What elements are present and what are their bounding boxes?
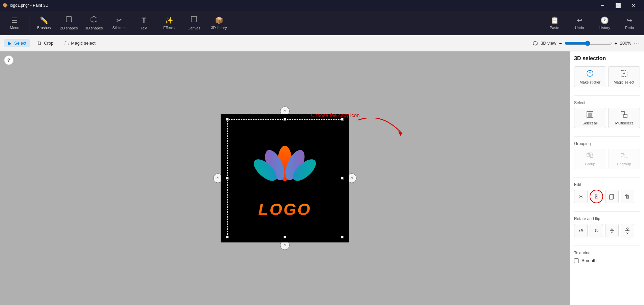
- panel-top-grid: Make sticker Magic select: [574, 66, 640, 87]
- handle-top-mid[interactable]: [283, 118, 286, 121]
- svg-marker-1: [91, 16, 97, 22]
- 2dshapes-label: 2D shapes: [60, 26, 78, 30]
- maximize-button[interactable]: ⬜: [610, 0, 626, 11]
- cut-button[interactable]: ✂: [574, 190, 588, 203]
- toolbar-history[interactable]: 🕐 History: [593, 12, 616, 34]
- divider-5: [574, 245, 640, 246]
- canvas-icon: [190, 16, 198, 25]
- paste-icon-button[interactable]: [605, 190, 619, 203]
- delete-icon: 🗑: [625, 193, 630, 200]
- title-bar-controls: ─ ⬜ ✕: [595, 0, 641, 11]
- handle-bot-mid[interactable]: [283, 236, 286, 238]
- crop-tool[interactable]: Crop: [34, 39, 57, 47]
- more-options-button[interactable]: ⋯: [634, 40, 640, 47]
- selection-box: ↻ ↻ ↻ ↻: [221, 114, 349, 242]
- flip-horizontal-button[interactable]: [621, 224, 634, 237]
- handle-bot-right[interactable]: [341, 236, 344, 238]
- zoom-out-button[interactable]: −: [559, 41, 562, 46]
- logo-flower-svg: [251, 138, 319, 199]
- right-panel: 3D selection Make sticker Magic select S…: [570, 51, 644, 305]
- make-sticker-button[interactable]: Make sticker: [574, 66, 606, 87]
- copy-icon: ⎘: [595, 193, 598, 200]
- 3dshapes-icon: [90, 16, 98, 25]
- handle-top-left[interactable]: [226, 118, 229, 121]
- grouping-grid: Group Ungroup: [574, 149, 640, 169]
- group-label: Group: [585, 162, 595, 166]
- paste-icon2: [609, 193, 615, 200]
- rotate-left-button[interactable]: ↺: [574, 224, 588, 237]
- title-bar-title: 🎨 logo1.png* - Paint 3D: [3, 3, 48, 8]
- flip-vertical-button[interactable]: [605, 224, 619, 237]
- zoom-in-button[interactable]: +: [615, 41, 617, 46]
- brushes-label: Brushes: [37, 26, 51, 30]
- title-bar: 🎨 logo1.png* - Paint 3D ─ ⬜ ✕: [0, 0, 644, 11]
- toolbar-menu[interactable]: ☰ Menu: [3, 12, 26, 34]
- handle-mid-right[interactable]: [341, 177, 344, 180]
- flip-horizontal-icon: [624, 228, 630, 234]
- select-all-button[interactable]: Select all: [574, 108, 606, 128]
- toolbar-3dlibrary[interactable]: 📦 3D library: [207, 12, 231, 34]
- group-button[interactable]: Group: [574, 149, 606, 169]
- handle-top-right[interactable]: [341, 118, 344, 121]
- divider-2: [574, 136, 640, 137]
- panel-title: 3D selection: [574, 55, 640, 62]
- cut-icon: ✂: [579, 193, 583, 200]
- undo-icon: ↩: [577, 16, 583, 24]
- toolbar-3dshapes[interactable]: 3D shapes: [82, 12, 106, 34]
- toolbar-stickers[interactable]: ✂ Stickers: [107, 12, 131, 34]
- svg-rect-18: [621, 154, 624, 156]
- 3dlibrary-icon: 📦: [215, 16, 223, 24]
- svg-rect-3: [65, 42, 68, 45]
- panel-magic-select-label: Magic select: [614, 80, 634, 84]
- panel-magic-select-icon: [620, 69, 628, 79]
- toolbar-text[interactable]: T Text: [132, 12, 156, 34]
- menu-icon: ☰: [11, 16, 18, 24]
- select-section-title: Select: [574, 100, 640, 105]
- toolbar-canvas[interactable]: Canvas: [182, 12, 206, 34]
- panel-magic-select-button[interactable]: Magic select: [608, 66, 640, 87]
- rotate-section-title: Rotate and flip: [574, 216, 640, 221]
- main-toolbar: ☰ Menu ✏️ Brushes 2D shapes 3D shapes ✂ …: [0, 11, 644, 35]
- divider-1: [574, 95, 640, 96]
- text-icon: T: [142, 16, 146, 25]
- handle-bot-left[interactable]: [226, 236, 229, 238]
- select-bar-right: 3D view − + 200% ⋯: [532, 40, 640, 47]
- rotate-right-button[interactable]: ↻: [590, 224, 603, 237]
- copy-button[interactable]: ⎘: [590, 190, 603, 203]
- logo-text-display: LOGO: [258, 200, 311, 219]
- help-button[interactable]: ?: [4, 55, 14, 65]
- handle-mid-left[interactable]: [226, 177, 229, 180]
- make-sticker-label: Make sticker: [579, 80, 600, 84]
- svg-rect-19: [624, 155, 627, 158]
- effects-label: Effects: [163, 26, 174, 30]
- toolbar-brushes[interactable]: ✏️ Brushes: [32, 12, 56, 34]
- select-tool[interactable]: Select: [4, 39, 30, 47]
- ungroup-button[interactable]: Ungroup: [608, 149, 640, 169]
- canvas-area[interactable]: ? ↻ ↻ ↻ ↻: [0, 51, 570, 305]
- minimize-button[interactable]: ─: [595, 0, 610, 11]
- toolbar-undo[interactable]: ↩ Undo: [568, 12, 591, 34]
- toolbar-redo[interactable]: ↪ Redo: [618, 12, 641, 34]
- magic-select-icon: [64, 41, 69, 46]
- smooth-checkbox[interactable]: [574, 258, 579, 263]
- history-label: History: [599, 26, 610, 30]
- close-button[interactable]: ✕: [626, 0, 641, 11]
- rotate-buttons-row: ↺ ↻: [574, 224, 640, 237]
- history-icon: 🕐: [600, 16, 609, 24]
- multiselect-button[interactable]: Multiselect: [608, 108, 640, 128]
- brushes-icon: ✏️: [40, 16, 48, 24]
- toolbar-2dshapes[interactable]: 2D shapes: [57, 12, 81, 34]
- svg-rect-2: [191, 17, 197, 22]
- delete-button[interactable]: 🗑: [621, 190, 634, 203]
- magic-select-label: Magic select: [71, 41, 95, 46]
- toolbar-paste[interactable]: 📋 Paste: [543, 12, 566, 34]
- texturing-section-title: Texturing: [574, 251, 640, 255]
- magic-select-tool[interactable]: Magic select: [61, 39, 99, 47]
- svg-rect-0: [66, 17, 72, 22]
- select-label: Select: [14, 41, 26, 46]
- 3dlibrary-label: 3D library: [211, 26, 227, 30]
- toolbar-effects[interactable]: ✨ Effects: [157, 12, 181, 34]
- zoom-slider[interactable]: [565, 41, 612, 46]
- select-bar: Select Crop Magic select 3D view − + 200…: [0, 35, 644, 51]
- 3dshapes-label: 3D shapes: [85, 26, 103, 30]
